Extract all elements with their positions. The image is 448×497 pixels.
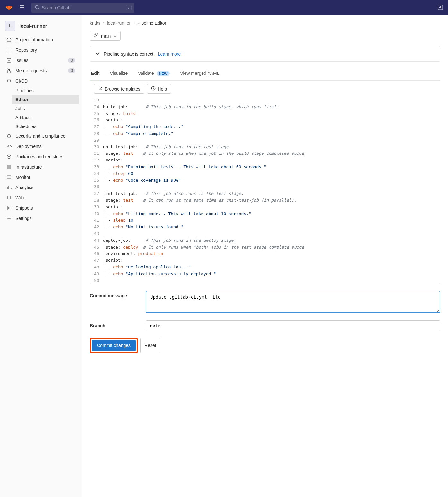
new-badge: NEW (157, 71, 170, 76)
nav-label: Analytics (15, 185, 75, 190)
branch-label: Branch (90, 320, 138, 328)
nav-label: Merge requests (15, 68, 64, 73)
shield-icon (6, 134, 12, 139)
main-content: kntks › local-runner › Pipeline Editor m… (82, 15, 448, 497)
learn-more-link[interactable]: Learn more (158, 51, 181, 57)
project-name: local-runner (19, 23, 47, 29)
sidebar-item-repository[interactable]: Repository (3, 45, 79, 55)
nav-label: Project information (15, 37, 75, 42)
chart-icon (6, 185, 12, 190)
commit-message-input[interactable]: Update .gitlab-ci.yml file (146, 291, 440, 313)
help-button[interactable]: Help (147, 84, 171, 94)
breadcrumb-link[interactable]: kntks (90, 21, 100, 26)
nav-label: Repository (15, 48, 75, 53)
merge-icon (6, 68, 12, 73)
issues-icon (6, 58, 12, 63)
sidebar-item-packages[interactable]: Packages and registries (3, 152, 79, 162)
menu-icon[interactable] (17, 2, 28, 14)
branch-input[interactable] (146, 320, 440, 331)
browse-templates-button[interactable]: Browse templates (94, 84, 144, 94)
chevron-right-icon: › (103, 21, 105, 26)
sidebar-item-settings[interactable]: Settings (3, 213, 79, 223)
plus-icon[interactable] (438, 5, 443, 11)
gear-icon (6, 216, 12, 221)
svg-point-14 (8, 218, 10, 219)
nav-badge: 0 (68, 68, 75, 73)
info-icon (151, 86, 156, 92)
sidebar-sub-schedules[interactable]: Schedules (12, 122, 79, 131)
check-icon (95, 51, 100, 57)
svg-point-13 (7, 208, 8, 210)
chevron-right-icon: › (133, 21, 135, 26)
nav-label: Snippets (15, 205, 75, 211)
button-label: Browse templates (105, 86, 140, 92)
editor-toolbar: Browse templates Help (90, 81, 440, 97)
nav-label: CI/CD (15, 78, 75, 83)
sidebar: L local-runner Project information Repos… (0, 15, 82, 497)
tab-validate[interactable]: Validate NEW (137, 67, 171, 80)
tab-merged-yaml[interactable]: View merged YAML (179, 67, 220, 80)
tabs: Edit Visualize Validate NEW View merged … (90, 67, 440, 81)
code-content[interactable]: build-job: # This job runs in the build … (103, 97, 309, 284)
infra-icon (6, 164, 12, 170)
sidebar-sub-artifacts[interactable]: Artifacts (12, 113, 79, 122)
sidebar-item-deployments[interactable]: Deployments (3, 141, 79, 152)
sidebar-item-merge-requests[interactable]: Merge requests 0 (3, 65, 79, 76)
project-avatar: L (5, 21, 15, 31)
chevron-down-icon (113, 33, 116, 39)
sidebar-item-snippets[interactable]: Snippets (3, 203, 79, 213)
package-icon (6, 154, 12, 159)
sidebar-item-wiki[interactable]: Wiki (3, 193, 79, 203)
breadcrumb-link[interactable]: local-runner (107, 21, 131, 26)
search-box: / (31, 3, 134, 13)
svg-point-7 (7, 71, 8, 73)
svg-point-15 (95, 34, 96, 35)
nav-label: Settings (15, 216, 75, 221)
tab-edit[interactable]: Edit (90, 67, 101, 80)
sidebar-sub-jobs[interactable]: Jobs (12, 104, 79, 113)
search-input[interactable] (31, 3, 134, 13)
button-label: Help (158, 86, 167, 92)
tab-visualize[interactable]: Visualize (108, 67, 129, 80)
sidebar-item-analytics[interactable]: Analytics (3, 182, 79, 193)
rocket-icon (6, 78, 12, 83)
nav-label: Jobs (15, 106, 75, 111)
sidebar-item-infrastructure[interactable]: Infrastructure (3, 162, 79, 172)
sidebar-item-issues[interactable]: Issues 0 (3, 55, 79, 65)
highlight-annotation: Commit changes (90, 338, 138, 353)
sidebar-item-security[interactable]: Security and Compliance (3, 131, 79, 141)
breadcrumbs: kntks › local-runner › Pipeline Editor (90, 21, 440, 26)
status-text: Pipeline syntax is correct. (104, 51, 155, 57)
sidebar-sub-editor[interactable]: Editor (12, 95, 79, 104)
reset-button[interactable]: Reset (140, 338, 160, 353)
nav-label: Deployments (15, 144, 75, 149)
svg-point-12 (7, 206, 8, 208)
deploy-icon (6, 144, 12, 149)
status-banner: Pipeline syntax is correct. Learn more (90, 46, 440, 62)
sidebar-item-cicd[interactable]: CI/CD (3, 76, 79, 86)
nav-label: Editor (15, 97, 75, 102)
svg-point-17 (97, 34, 98, 35)
nav-label: Issues (15, 58, 64, 63)
svg-point-0 (35, 5, 38, 8)
gitlab-logo-icon[interactable] (5, 4, 13, 12)
svg-point-8 (10, 71, 11, 73)
svg-point-6 (7, 69, 8, 70)
sidebar-item-project-information[interactable]: Project information (3, 35, 79, 45)
editor-wrap: Browse templates Help 232425262728293031… (90, 81, 440, 284)
svg-rect-11 (7, 176, 11, 178)
project-header[interactable]: L local-runner (3, 18, 79, 33)
sidebar-sub-pipelines[interactable]: Pipelines (12, 86, 79, 95)
info-icon (6, 37, 12, 42)
nav-label: Security and Compliance (15, 134, 75, 139)
search-kbd: / (126, 5, 132, 10)
scissors-icon (6, 205, 12, 211)
sidebar-item-monitor[interactable]: Monitor (3, 172, 79, 182)
nav-label: Infrastructure (15, 164, 75, 170)
branch-selector[interactable]: main (90, 31, 121, 41)
code-editor[interactable]: 2324252627282930313233343536373839404142… (90, 97, 440, 284)
line-gutter: 2324252627282930313233343536373839404142… (90, 97, 103, 284)
commit-changes-button[interactable]: Commit changes (92, 340, 136, 351)
nav-label: Wiki (15, 195, 75, 200)
monitor-icon (6, 175, 12, 180)
